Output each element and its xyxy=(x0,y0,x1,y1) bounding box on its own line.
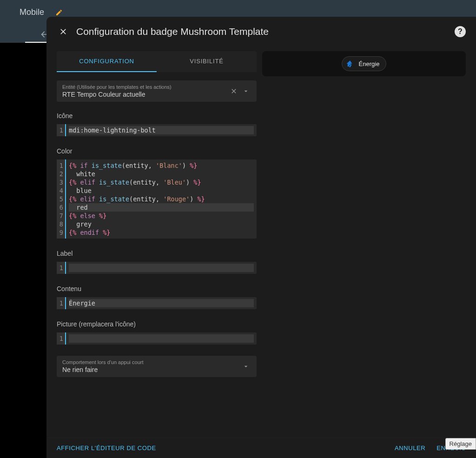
dialog-header: Configuration du badge Mushroom Template… xyxy=(46,17,476,46)
picture-code-editor[interactable]: 1 xyxy=(57,332,257,345)
tap-action-field[interactable]: Comportement lors d'un appui court Ne ri… xyxy=(57,356,257,377)
color-code-editor[interactable]: 123456789 {% if is_state(entity, 'Blanc'… xyxy=(57,159,257,239)
chevron-down-icon[interactable] xyxy=(241,86,251,96)
clear-icon[interactable] xyxy=(229,86,239,96)
form-area: Entité (Utilisée pour les templates et l… xyxy=(57,72,257,387)
icon-code-editor[interactable]: 1 mdi:home-lightning-bolt xyxy=(57,124,257,136)
cancel-button[interactable]: ANNULER xyxy=(395,445,425,451)
preview-panel: Énergie xyxy=(262,51,466,76)
entity-field[interactable]: Entité (Utilisée pour les templates et l… xyxy=(57,80,257,102)
home-lightning-icon xyxy=(345,59,355,69)
label-section-label: Label xyxy=(57,250,257,257)
tab-visibility[interactable]: VISIBILITÉ xyxy=(157,51,257,72)
config-tabs: CONFIGURATION VISIBILITÉ xyxy=(57,51,257,72)
content-code-editor[interactable]: 1 Énergie xyxy=(57,297,257,309)
close-button[interactable] xyxy=(57,25,70,38)
preview-column: Énergie xyxy=(262,51,466,438)
chevron-down-icon[interactable] xyxy=(241,361,251,372)
show-code-editor-link[interactable]: AFFICHER L'ÉDITEUR DE CODE xyxy=(57,445,156,451)
tap-action-value: Ne rien faire xyxy=(62,366,239,373)
preview-badge[interactable]: Énergie xyxy=(342,56,387,71)
settings-tooltip: Réglage xyxy=(445,438,476,450)
tap-action-label: Comportement lors d'un appui court xyxy=(62,359,239,365)
dialog-body: CONFIGURATION VISIBILITÉ Entité (Utilisé… xyxy=(46,46,476,438)
entity-value: RTE Tempo Couleur actuelle xyxy=(62,91,227,98)
content-section-label: Contenu xyxy=(57,285,257,292)
config-dialog: Configuration du badge Mushroom Template… xyxy=(46,17,476,458)
preview-badge-label: Énergie xyxy=(359,60,380,67)
help-button[interactable]: ? xyxy=(455,26,466,37)
dialog-title: Configuration du badge Mushroom Template xyxy=(76,26,455,37)
color-section-label: Color xyxy=(57,147,257,155)
entity-label: Entité (Utilisée pour les templates et l… xyxy=(62,84,227,90)
pencil-icon[interactable] xyxy=(55,8,63,17)
icon-section-label: Icône xyxy=(57,112,257,119)
label-code-editor[interactable]: 1 xyxy=(57,262,257,274)
view-title: Mobile xyxy=(20,7,44,17)
config-column: CONFIGURATION VISIBILITÉ Entité (Utilisé… xyxy=(57,51,257,438)
tab-configuration[interactable]: CONFIGURATION xyxy=(57,51,157,72)
picture-section-label: Picture (remplacera l'icône) xyxy=(57,320,257,328)
dialog-footer: AFFICHER L'ÉDITEUR DE CODE ANNULER ENREG… xyxy=(46,438,476,458)
